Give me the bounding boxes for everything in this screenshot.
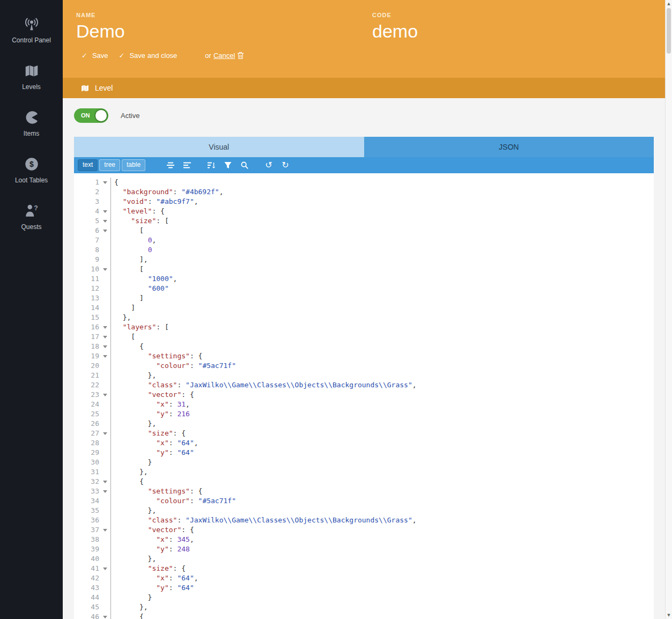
gutter-line[interactable]: 23 [74,390,110,400]
gutter-line[interactable]: 45 [74,602,110,612]
sidebar-item-items[interactable]: Items [0,100,63,146]
active-toggle[interactable]: ON [74,108,108,123]
code-line[interactable]: "size": { [114,564,654,573]
code-line[interactable]: "y": 248 [114,544,654,554]
mode-tree-button[interactable]: tree [99,159,120,172]
code-line[interactable]: }, [114,467,654,477]
gutter-line[interactable]: 42 [74,573,110,583]
gutter-line[interactable]: 5 [74,216,110,226]
gutter-line[interactable]: 11 [74,274,110,284]
gutter-line[interactable]: 34 [74,496,110,506]
code-line[interactable]: }, [114,506,654,515]
sidebar-item-loot-tables[interactable]: $ Loot Tables [0,146,63,193]
code-line[interactable]: { [114,612,654,619]
json-editor[interactable]: 1234567891011121314151617181920212223242… [74,173,654,619]
level-tab-bar[interactable]: Level [63,78,665,98]
code-line[interactable]: [ [114,332,654,342]
code-line[interactable]: ] [114,303,654,313]
code-line[interactable]: "x": 31, [114,400,654,409]
gutter-line[interactable]: 43 [74,583,110,593]
gutter-line[interactable]: 19 [74,351,110,361]
gutter-line[interactable]: 30 [74,458,110,467]
filter-icon[interactable] [220,159,235,172]
fold-icon[interactable] [103,529,107,532]
sidebar-item-quests[interactable]: ? Quests [0,193,63,240]
gutter-line[interactable]: 36 [74,515,110,525]
code-line[interactable]: 0 [114,245,654,255]
gutter-line[interactable]: 28 [74,438,110,448]
code-value[interactable]: demo [372,21,652,41]
code-line[interactable]: "settings": { [114,487,654,496]
code-line[interactable]: { [114,477,654,487]
sidebar-item-control-panel[interactable]: Control Panel [0,6,63,53]
gutter-line[interactable]: 17 [74,332,110,342]
code-line[interactable]: "class": "JaxWilko\\Game\\Classes\\Objec… [114,515,654,525]
scrollbar-thumb[interactable] [667,8,671,54]
fold-icon[interactable] [103,230,107,232]
code-line[interactable]: "y": 216 [114,409,654,419]
gutter-line[interactable]: 39 [74,544,110,554]
fold-icon[interactable] [103,345,107,348]
gutter-line[interactable]: 10 [74,264,110,274]
scroll-up-icon[interactable]: ▲ [666,2,672,6]
fold-icon[interactable] [103,394,107,396]
align-center-icon[interactable] [163,159,178,172]
code-line[interactable]: [ [114,226,654,235]
fold-icon[interactable] [103,616,107,618]
gutter-line[interactable]: 25 [74,409,110,419]
gutter-line[interactable]: 20 [74,361,110,371]
code-line[interactable]: "x": "64", [114,573,654,583]
scroll-down-icon[interactable]: ▼ [666,613,672,617]
fold-icon[interactable] [103,336,107,338]
code-line[interactable]: }, [114,419,654,429]
gutter-line[interactable]: 7 [74,235,110,245]
code-line[interactable]: { [114,178,654,187]
gutter-line[interactable]: 35 [74,506,110,515]
code-line[interactable]: 0, [114,235,654,245]
fold-icon[interactable] [103,326,107,329]
code-line[interactable]: "background": "#4b692f", [114,187,654,197]
code-line[interactable]: }, [114,602,654,612]
gutter-line[interactable]: 16 [74,322,110,332]
gutter-line[interactable]: 2 [74,187,110,197]
gutter-line[interactable]: 24 [74,400,110,409]
search-icon[interactable] [237,159,252,172]
sort-icon[interactable] [204,159,219,172]
gutter-line[interactable]: 18 [74,342,110,351]
gutter-line[interactable]: 41 [74,564,110,573]
code-line[interactable]: "colour": "#5ac71f" [114,496,654,506]
code-line[interactable]: } [114,593,654,602]
code-line[interactable]: "layers": [ [114,322,654,332]
gutter-line[interactable]: 9 [74,255,110,264]
tab-json[interactable]: JSON [364,137,654,157]
mode-table-button[interactable]: table [122,159,145,172]
code-line[interactable]: "x": 345, [114,535,654,544]
code-line[interactable]: ], [114,255,654,264]
gutter-line[interactable]: 31 [74,467,110,477]
gutter-line[interactable]: 33 [74,487,110,496]
fold-icon[interactable] [103,355,107,358]
gutter-line[interactable]: 29 [74,448,110,458]
gutter-line[interactable]: 14 [74,303,110,313]
tab-visual[interactable]: Visual [74,137,364,157]
fold-icon[interactable] [103,568,107,570]
trash-icon[interactable] [237,51,244,60]
code-line[interactable]: "y": "64" [114,448,654,458]
undo-icon[interactable]: ↺ [261,159,276,172]
gutter-line[interactable]: 27 [74,429,110,438]
gutter-line[interactable]: 32 [74,477,110,487]
code-line[interactable]: ] [114,293,654,303]
code-line[interactable]: }, [114,554,654,564]
save-button[interactable]: ✓ Save [76,48,114,63]
code-line[interactable]: "vector": { [114,390,654,400]
code-line[interactable]: "class": "JaxWilko\\Game\\Classes\\Objec… [114,380,654,390]
fold-icon[interactable] [103,210,107,213]
code-line[interactable]: "vector": { [114,525,654,535]
gutter-line[interactable]: 13 [74,293,110,303]
code-line[interactable]: { [114,342,654,351]
code-line[interactable]: }, [114,313,654,322]
gutter-line[interactable]: 37 [74,525,110,535]
gutter-line[interactable]: 22 [74,380,110,390]
code-line[interactable]: "y": "64" [114,583,654,593]
gutter-line[interactable]: 6 [74,226,110,235]
